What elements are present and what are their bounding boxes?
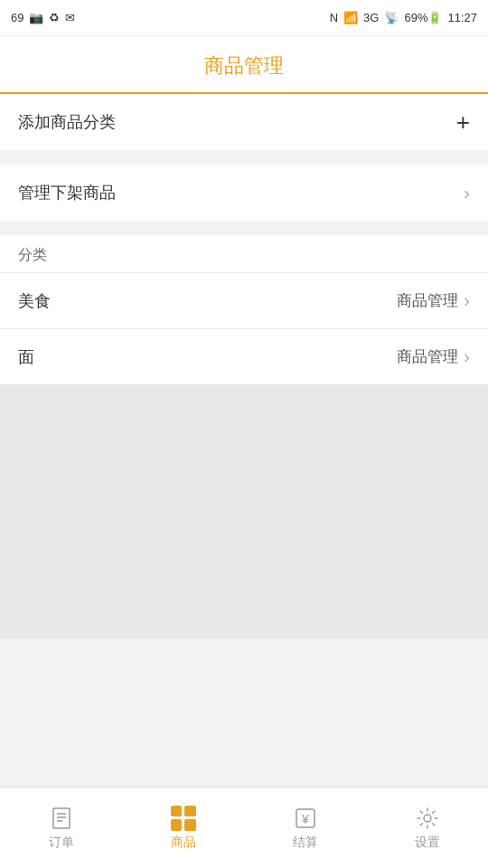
page-title: 商品管理 (204, 54, 284, 77)
category-action-meishi: 商品管理 (397, 290, 458, 311)
network-icon: N (330, 11, 338, 24)
nav-label-order: 订单 (49, 835, 74, 851)
add-category-right: + (456, 110, 470, 134)
wifi-icon: 📶 (343, 11, 358, 24)
nav-item-order[interactable]: 订单 (0, 798, 122, 858)
product-icon (171, 806, 196, 831)
manage-offshelf-section: 管理下架商品 › (0, 165, 488, 221)
bottom-nav: 订单 商品 ¥ 结算 设置 (0, 787, 488, 868)
status-icon-4: ✉ (65, 11, 75, 24)
chevron-icon-meishi: › (464, 290, 470, 311)
chevron-icon-mian: › (464, 346, 470, 367)
clock: 11:27 (447, 11, 477, 24)
add-category-section: 添加商品分类 + (0, 94, 488, 150)
signal-text: 3G (363, 11, 379, 24)
svg-rect-0 (53, 808, 70, 828)
status-bar-right: N 📶 3G 📡 69%🔋 11:27 (330, 11, 477, 24)
signal-bars: 📡 (384, 11, 399, 24)
category-name-mian: 面 (18, 346, 34, 368)
status-icon-1: 69 (11, 11, 23, 24)
nav-label-payment: 结算 (293, 835, 318, 851)
gray-area (0, 385, 488, 638)
category-header: 分类 (0, 235, 488, 273)
category-right-mian: 商品管理 › (397, 346, 470, 367)
nav-item-payment[interactable]: ¥ 结算 (244, 798, 366, 858)
battery-pct: 69%🔋 (404, 11, 442, 24)
settings-icon (415, 806, 440, 831)
payment-icon: ¥ (293, 806, 318, 831)
nav-item-settings[interactable]: 设置 (366, 798, 488, 858)
chevron-icon-offshelf: › (464, 183, 470, 203)
manage-offshelf-right: › (464, 183, 470, 203)
add-category-row[interactable]: 添加商品分类 + (0, 94, 488, 150)
svg-text:¥: ¥ (301, 812, 309, 826)
nav-label-product: 商品 (171, 835, 196, 851)
manage-offshelf-label: 管理下架商品 (18, 182, 116, 203)
nav-label-settings: 设置 (415, 835, 440, 851)
main-content: 添加商品分类 + 管理下架商品 › 分类 美食 商品管理 › (0, 94, 488, 638)
status-bar: 69 📷 ♻ ✉ N 📶 3G 📡 69%🔋 11:27 (0, 0, 488, 36)
status-icon-3: ♻ (49, 11, 60, 24)
page-header: 商品管理 (0, 36, 488, 94)
add-category-label: 添加商品分类 (18, 111, 116, 133)
category-row-meishi[interactable]: 美食 商品管理 › (0, 273, 488, 329)
order-icon (49, 806, 74, 831)
category-action-mian: 商品管理 (397, 346, 458, 367)
section-gap-1 (0, 150, 488, 165)
category-section: 分类 美食 商品管理 › 面 商品管理 › (0, 235, 488, 385)
plus-icon: + (456, 110, 470, 134)
category-row-mian[interactable]: 面 商品管理 › (0, 329, 488, 385)
status-bar-left: 69 📷 ♻ ✉ (11, 11, 75, 24)
section-gap-2 (0, 221, 488, 235)
manage-offshelf-row[interactable]: 管理下架商品 › (0, 165, 488, 221)
category-right-meishi: 商品管理 › (397, 290, 470, 311)
category-name-meishi: 美食 (18, 290, 51, 312)
svg-point-6 (424, 815, 431, 822)
status-icon-2: 📷 (29, 11, 43, 24)
nav-item-product[interactable]: 商品 (122, 798, 244, 858)
